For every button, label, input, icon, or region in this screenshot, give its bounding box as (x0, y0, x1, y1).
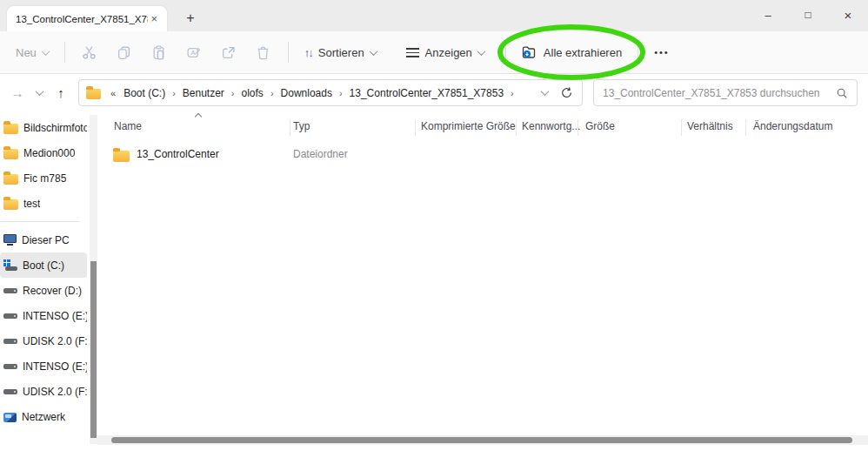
sidebar-item-intenso-e[interactable]: INTENSO (E:) (0, 303, 87, 328)
sidebar-item-boot-c[interactable]: Boot (C:) (0, 252, 87, 278)
copy-icon (117, 45, 131, 60)
file-explorer-window: 13_ControlCenter_X7851_X785 × + – □ × Ne… (0, 0, 868, 451)
sidebar-scrollbar[interactable] (90, 115, 97, 444)
sidebar-item-dieser-pc[interactable]: Dieser PC (0, 227, 87, 252)
sidebar-item-label: Fic m785 (23, 172, 66, 185)
table-row[interactable]: 13_ControlCenter Dateiordner (97, 142, 851, 166)
breadcrumb-segment[interactable]: olofs (238, 85, 267, 101)
share-button[interactable] (211, 37, 246, 67)
breadcrumb-overflow[interactable]: « (108, 88, 118, 98)
column-divider[interactable] (516, 119, 517, 136)
tab-close-icon[interactable]: × (148, 12, 160, 25)
history-dropdown-button[interactable] (30, 80, 49, 106)
column-header-aenderungsdatum[interactable]: Änderungsdatum (753, 120, 832, 132)
sort-button[interactable]: ↑↓ Sortieren (296, 37, 385, 67)
horizontal-scrollbar-thumb[interactable] (111, 437, 852, 443)
file-name: 13_ControlCenter (137, 148, 219, 160)
horizontal-scrollbar[interactable] (97, 435, 868, 445)
extract-all-wrapper: Alle extrahieren (513, 37, 631, 67)
column-divider[interactable] (415, 119, 416, 136)
breadcrumb-chevron[interactable]: › (230, 88, 237, 98)
sort-ascending-icon (195, 113, 202, 120)
column-header-komprimierte-groesse[interactable]: Komprimierte Größe (421, 120, 516, 132)
column-divider[interactable] (681, 119, 682, 136)
share-icon (221, 45, 236, 60)
view-button-label: Anzeigen (425, 46, 472, 59)
column-header-typ[interactable]: Typ (293, 120, 310, 132)
search-box (593, 79, 858, 106)
sidebar-item-label: UDISK 2.0 (F:) (23, 386, 87, 398)
tab-title: 13_ControlCenter_X7851_X785 (16, 14, 148, 24)
column-header-name[interactable]: Name (114, 120, 142, 132)
cut-button[interactable] (72, 37, 107, 67)
toolbar-divider (638, 42, 638, 63)
view-button[interactable]: Anzeigen (397, 37, 493, 67)
breadcrumb-chevron[interactable]: › (170, 88, 177, 98)
breadcrumb: « Boot (C:) › Benutzer › olofs › Downloa… (108, 85, 542, 101)
sidebar-divider (0, 221, 79, 222)
sort-button-label: Sortieren (318, 46, 364, 59)
minimize-button[interactable]: – (748, 0, 788, 30)
more-options-button[interactable]: ••• (645, 37, 678, 67)
sidebar-item-label: UDISK 2.0 (F:) (23, 335, 87, 347)
sidebar-item-label: Recover (D:) (23, 285, 82, 297)
refresh-icon[interactable] (560, 86, 573, 99)
column-header-verhaeltnis[interactable]: Verhältnis (687, 120, 733, 132)
breadcrumb-segment[interactable]: 13_ControlCenter_X7851_X7853 (346, 85, 507, 101)
chevron-down-icon (41, 47, 50, 56)
toolbar-divider (288, 42, 289, 63)
sidebar-item-bildschirmfotos[interactable]: Bildschirmfotos (0, 115, 87, 140)
sidebar-item-label: Netzwerk (22, 411, 65, 423)
sidebar-item-fic-m785[interactable]: Fic m785 (0, 165, 87, 191)
column-divider[interactable] (290, 119, 290, 136)
paste-icon (151, 45, 166, 60)
new-tab-button[interactable]: + (179, 7, 202, 30)
delete-button[interactable] (246, 37, 281, 67)
breadcrumb-chevron[interactable]: › (337, 88, 344, 98)
cut-icon (82, 45, 97, 60)
breadcrumb-segment[interactable]: Boot (C:) (120, 85, 169, 101)
explorer-tab[interactable]: 13_ControlCenter_X7851_X785 × (7, 6, 167, 31)
drive-icon (3, 339, 17, 344)
folder-icon (113, 151, 130, 162)
address-bar[interactable]: « Boot (C:) › Benutzer › olofs › Downloa… (78, 79, 583, 106)
breadcrumb-chevron[interactable]: › (509, 88, 516, 98)
folder-icon (3, 174, 18, 185)
sidebar-item-netzwerk[interactable]: Netzwerk (0, 404, 87, 429)
forward-button[interactable]: → (5, 80, 30, 106)
sidebar-item-test[interactable]: test (0, 191, 87, 216)
sidebar-item-label: Medion000 (23, 147, 75, 159)
search-input[interactable] (603, 87, 836, 99)
close-button[interactable]: × (828, 0, 868, 30)
sidebar-scrollbar-thumb[interactable] (90, 261, 97, 438)
window-controls: – □ × (748, 0, 868, 30)
sidebar-item-intenso-e-2[interactable]: INTENSO (E:) (0, 353, 87, 379)
network-icon (3, 413, 17, 422)
svg-text:A: A (191, 49, 197, 57)
column-header-kennwortgeschuetzt[interactable]: Kennwortg... (522, 120, 580, 132)
sidebar-item-label: INTENSO (E:) (23, 310, 87, 322)
chevron-down-icon (477, 47, 485, 56)
file-list: Name Typ Komprimierte Größe Kennwortg...… (97, 111, 868, 451)
column-header-groesse[interactable]: Größe (585, 120, 615, 132)
sidebar-item-medion000[interactable]: Medion000 (0, 140, 87, 165)
sidebar-item-udisk-f[interactable]: UDISK 2.0 (F:) (0, 328, 87, 353)
column-divider[interactable] (745, 119, 746, 136)
maximize-button[interactable]: □ (788, 0, 828, 30)
folder-icon (3, 149, 18, 159)
rename-button[interactable]: A (177, 37, 211, 67)
extract-all-button[interactable]: Alle extrahieren (513, 37, 631, 67)
paste-button[interactable] (142, 37, 177, 67)
folder-icon (3, 124, 18, 134)
sidebar-item-label: test (23, 198, 40, 210)
sidebar-item-udisk-f-2[interactable]: UDISK 2.0 (F:) (0, 379, 87, 404)
copy-button[interactable] (107, 37, 142, 67)
up-button[interactable]: ↑ (49, 80, 73, 106)
breadcrumb-segment[interactable]: Benutzer (179, 85, 228, 101)
sidebar-item-recover-d[interactable]: Recover (D:) (0, 278, 87, 303)
breadcrumb-chevron[interactable]: › (269, 88, 276, 98)
new-button[interactable]: Neu (7, 37, 57, 67)
address-dropdown-icon[interactable] (541, 87, 550, 96)
breadcrumb-segment[interactable]: Downloads (277, 85, 336, 101)
column-divider[interactable] (578, 119, 578, 136)
